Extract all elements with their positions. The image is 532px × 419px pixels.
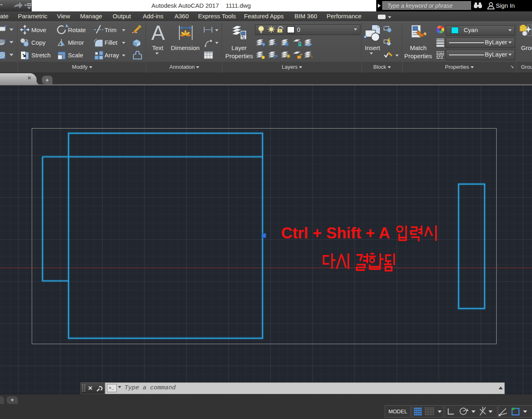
svg-text:A: A — [151, 23, 165, 44]
svg-text:Ctrl + Shift + A: Ctrl + Shift + A — [281, 225, 390, 242]
